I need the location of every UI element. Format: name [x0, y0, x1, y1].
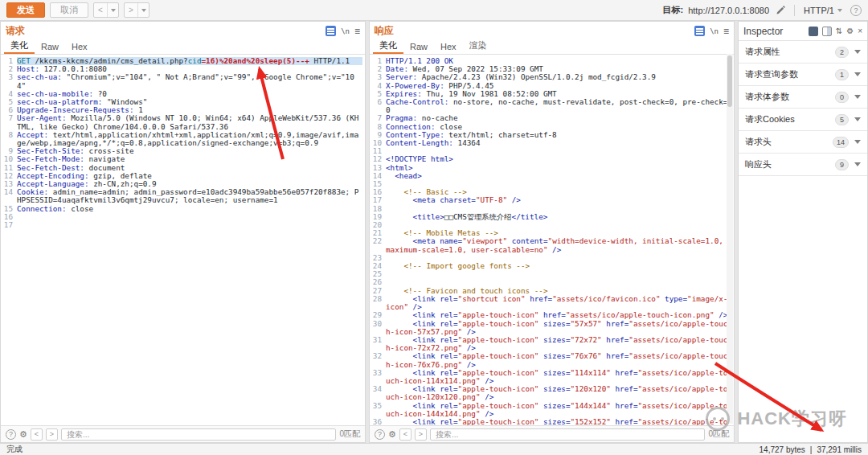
http-version-select[interactable]: HTTP/1	[804, 6, 842, 15]
tab-3[interactable]: 渲染	[463, 38, 493, 54]
count-badge: 14	[833, 137, 849, 148]
code-line-15: 15Connection: close	[1, 205, 362, 213]
editor-menu-icon[interactable]: ≡	[723, 27, 729, 36]
metrics-separator: |	[810, 445, 813, 454]
code-line-28: 28 <link rel="shortcut icon" href="asset…	[370, 295, 731, 311]
code-line-17: 17 <meta charset="UTF-8" />	[370, 196, 731, 204]
code-line-31: 31 <link rel="apple-touch-icon" sizes="7…	[370, 336, 731, 352]
line-number: 3	[1, 73, 17, 89]
inspector-section-4[interactable]: 请求头14	[739, 131, 867, 154]
status-text: 完成	[6, 444, 23, 455]
response-metrics: 14,727 bytes | 37,291 millis	[760, 445, 862, 454]
inspector-sections: 请求属性2请求查询参数1请求体参数0请求Cookies5请求头14响应头9	[739, 41, 867, 176]
line-number: 8	[1, 131, 17, 147]
dock-right-icon[interactable]	[809, 27, 818, 36]
line-number: 33	[370, 369, 386, 385]
http-version-label: HTTP/1	[804, 6, 834, 15]
count-badge: 2	[835, 47, 849, 58]
watermark: HACK学习呀	[706, 407, 847, 431]
newline-toggle-icon[interactable]: \n	[341, 27, 350, 35]
count-badge: 5	[835, 114, 849, 125]
response-editor[interactable]: 1HTTP/1.1 200 OK2Date: Wed, 07 Sep 2022 …	[370, 55, 734, 425]
chevron-down-icon	[111, 9, 116, 12]
request-header: 请求 \n ≡	[1, 22, 365, 38]
inspector-section-label: 请求查询参数	[745, 68, 798, 80]
inspector-section-2[interactable]: 请求体参数0	[739, 86, 867, 109]
chevron-down-icon	[141, 9, 146, 12]
search-input[interactable]	[61, 428, 337, 441]
line-number: 6	[370, 98, 386, 114]
line-number: 14	[1, 188, 17, 204]
count-badge: 0	[835, 92, 849, 103]
watermark-text: HACK学习呀	[737, 407, 847, 431]
chevron-down-icon	[854, 95, 861, 99]
history-forward-button[interactable]: >	[125, 3, 138, 17]
tab-1[interactable]: Raw	[403, 40, 434, 54]
inspector-close-icon[interactable]: ×	[858, 27, 862, 35]
history-back-dropdown[interactable]	[108, 9, 118, 12]
inspector-title: Inspector	[743, 26, 783, 37]
search-prev-button[interactable]: <	[399, 428, 411, 441]
search-next-button[interactable]: >	[46, 428, 58, 441]
topbar: 发送 取消 < > 目标: http://127.0.0.1:8080 HTTP…	[0, 0, 868, 21]
chevron-down-icon	[854, 162, 861, 166]
search-settings-gear-icon[interactable]: ⚙	[19, 429, 27, 440]
search-next-button[interactable]: >	[415, 428, 427, 441]
inspector-section-label: 请求头	[745, 136, 772, 148]
edit-target-icon[interactable]	[776, 6, 785, 15]
inspector-section-5[interactable]: 响应头9	[739, 154, 867, 176]
code-line-8: 8Accept: text/html,application/xhtml+xml…	[1, 131, 362, 147]
scrollbar-thumb[interactable]	[727, 55, 732, 107]
editor-menu-icon[interactable]: ≡	[354, 27, 360, 36]
chevron-down-icon	[837, 9, 842, 12]
count-badge: 1	[835, 69, 849, 80]
response-tabs: 美化RawHex渲染	[370, 38, 734, 55]
count-badge: 9	[835, 159, 849, 170]
tab-2[interactable]: Hex	[434, 40, 463, 54]
expand-collapse-icon[interactable]: ⇅	[836, 27, 842, 35]
main-area: 请求 \n ≡ 美化RawHex 1GET /kkcms-kkcms/admin…	[0, 21, 868, 443]
line-number: 7	[1, 114, 17, 130]
code-line-24: 24 <!-- Import google fonts -->	[370, 262, 731, 270]
response-millis: 37,291 millis	[817, 445, 862, 454]
inspector-section-3[interactable]: 请求Cookies5	[739, 109, 867, 131]
tab-2[interactable]: Hex	[65, 40, 94, 54]
search-help-icon[interactable]: ?	[6, 429, 16, 440]
request-editor[interactable]: 1GET /kkcms-kkcms/admin/cms_detail.php?c…	[1, 55, 365, 425]
chevron-down-icon	[854, 140, 861, 144]
target-url: http://127.0.0.1:8080	[688, 6, 769, 15]
line-number: 36	[370, 418, 386, 425]
inspector-section-1[interactable]: 请求查询参数1	[739, 64, 867, 86]
inspector-section-label: 请求Cookies	[745, 113, 795, 125]
history-forward-dropdown[interactable]	[138, 9, 149, 12]
chevron-down-icon	[854, 117, 861, 121]
response-header: 响应 \n ≡	[370, 22, 734, 38]
pretty-print-icon[interactable]	[326, 26, 336, 36]
newline-toggle-icon[interactable]: \n	[710, 27, 719, 35]
tab-1[interactable]: Raw	[35, 40, 65, 54]
dock-split-icon[interactable]	[822, 27, 832, 36]
inspector-section-label: 请求体参数	[745, 91, 789, 103]
chevron-down-icon	[854, 72, 861, 76]
pretty-print-icon[interactable]	[694, 26, 705, 36]
response-scrollbar[interactable]	[727, 54, 733, 424]
code-line-14: 14 <head>	[370, 172, 731, 180]
history-forward-group: >	[124, 2, 149, 18]
response-search-bar: ? ⚙ < > 0匹配	[370, 425, 734, 442]
tab-0[interactable]: 美化	[373, 38, 403, 54]
inspector-section-0[interactable]: 请求属性2	[739, 41, 867, 64]
send-button[interactable]: 发送	[6, 2, 45, 18]
cancel-button[interactable]: 取消	[50, 2, 88, 18]
tab-0[interactable]: 美化	[4, 38, 35, 54]
search-help-icon[interactable]: ?	[375, 429, 385, 440]
history-back-button[interactable]: <	[94, 3, 108, 17]
search-settings-gear-icon[interactable]: ⚙	[388, 429, 396, 440]
inspector-settings-gear-icon[interactable]: ⚙	[846, 27, 854, 35]
code-line-3: 3sec-ch-ua: "Chromium";v="104", " Not A;…	[1, 73, 362, 89]
help-icon[interactable]: ?	[850, 5, 862, 16]
line-number: 31	[370, 336, 386, 352]
search-input[interactable]	[430, 428, 706, 441]
line-number: 30	[370, 320, 386, 336]
code-line-10: 10Content-Length: 14364	[370, 139, 731, 147]
search-prev-button[interactable]: <	[31, 428, 43, 441]
